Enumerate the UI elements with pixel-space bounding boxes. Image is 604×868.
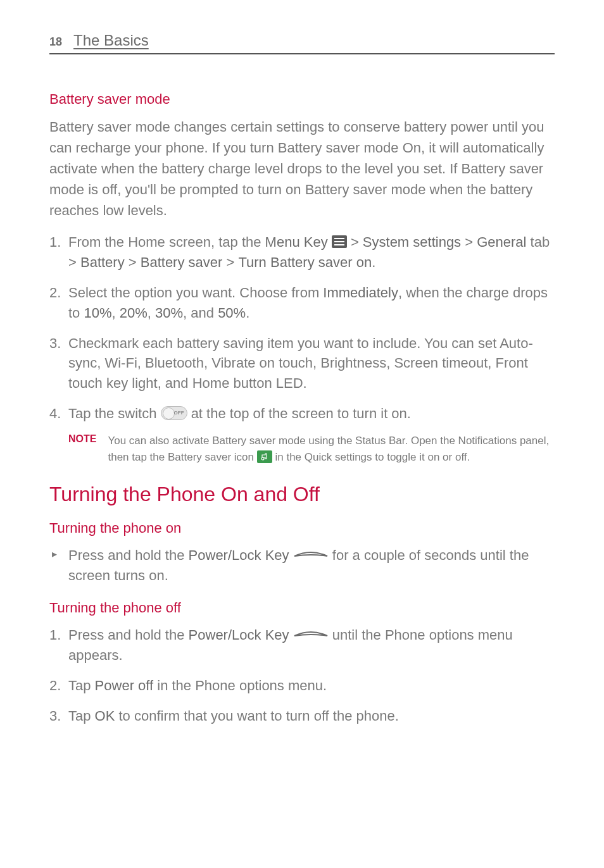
pct-20: 20% xyxy=(120,305,148,321)
page-number: 18 xyxy=(49,35,62,49)
step-2-pre: Select the option you want. Choose from xyxy=(68,285,323,301)
turn-on-label: Turn Battery saver on xyxy=(238,254,372,270)
off-s1-pre: Press and hold the xyxy=(68,627,189,643)
turning-on-list: Press and hold the Power/Lock Key for a … xyxy=(61,545,555,586)
page-header: 18 The Basics xyxy=(49,32,555,54)
step-4-pre: Tap the switch xyxy=(68,406,161,421)
tail: . xyxy=(246,305,249,321)
turning-on-heading: Turning the phone on xyxy=(49,520,555,536)
power-off-label: Power off xyxy=(95,678,154,693)
on-pre: Press and hold the xyxy=(68,547,189,563)
menu-key-label: Menu Key xyxy=(265,234,328,250)
off-s3-post: to confirm that you want to turn off the… xyxy=(115,708,398,724)
off-step-1: Press and hold the Power/Lock Key until … xyxy=(61,625,555,666)
step-3: Checkmark each battery saving item you w… xyxy=(61,333,555,394)
pct-50: 50% xyxy=(218,305,246,321)
step-1-text: From the Home screen, tap the xyxy=(68,234,265,250)
sep: > xyxy=(347,234,363,250)
pct-30: 30% xyxy=(155,305,183,321)
chapter-title: The Basics xyxy=(73,32,149,49)
sep: > xyxy=(461,234,477,250)
power-lock-key-icon xyxy=(293,549,329,561)
system-settings-label: System settings xyxy=(363,234,461,250)
menu-key-icon xyxy=(332,235,347,248)
turning-on-item: Press and hold the Power/Lock Key for a … xyxy=(61,545,555,586)
turning-off-heading: Turning the phone off xyxy=(49,600,555,616)
sep: > xyxy=(125,254,141,270)
turning-phone-title: Turning the Phone On and Off xyxy=(49,483,555,506)
battery-saver-heading: Battery saver mode xyxy=(49,91,555,108)
step-1: From the Home screen, tap the Menu Key >… xyxy=(61,232,555,273)
off-s3-pre: Tap xyxy=(68,708,95,724)
svg-point-0 xyxy=(261,457,264,460)
off-step-3: Tap OK to confirm that you want to turn … xyxy=(61,706,555,726)
pct-10: 10% xyxy=(84,305,111,321)
battery-label: Battery xyxy=(80,254,125,270)
note-row: NOTE You can also activate Battery saver… xyxy=(68,433,555,465)
off-s2-pre: Tap xyxy=(68,678,95,693)
c: , xyxy=(112,305,120,321)
battery-saver-label: Battery saver xyxy=(141,254,223,270)
battery-saver-intro: Battery saver mode changes certain setti… xyxy=(49,116,555,221)
tail: . xyxy=(372,254,375,270)
c: , xyxy=(148,305,155,321)
step-4-post: at the top of the screen to turn it on. xyxy=(187,406,411,421)
step-4: Tap the switch at the top of the screen … xyxy=(61,404,555,424)
battery-saver-icon xyxy=(257,450,272,463)
c: , and xyxy=(183,305,218,321)
sep: > xyxy=(222,254,238,270)
note-body: You can also activate Battery saver mode… xyxy=(108,433,555,465)
power-lock-key-icon xyxy=(293,628,329,641)
power-lock-key-label-2: Power/Lock Key xyxy=(189,627,289,643)
off-s2-post: in the Phone options menu. xyxy=(153,678,327,693)
power-lock-key-label: Power/Lock Key xyxy=(189,547,289,563)
general-label: General xyxy=(477,234,526,250)
step-2: Select the option you want. Choose from … xyxy=(61,283,555,323)
turning-off-steps: Press and hold the Power/Lock Key until … xyxy=(61,625,555,726)
switch-off-icon xyxy=(161,406,187,420)
ok-label: OK xyxy=(95,708,115,724)
note-line2: in the Quick settings to toggle it on or… xyxy=(272,451,470,463)
off-step-2: Tap Power off in the Phone options menu. xyxy=(61,676,555,696)
note-label: NOTE xyxy=(68,433,96,465)
battery-saver-steps: From the Home screen, tap the Menu Key >… xyxy=(61,232,555,424)
immediately-label: Immediately xyxy=(323,285,398,301)
